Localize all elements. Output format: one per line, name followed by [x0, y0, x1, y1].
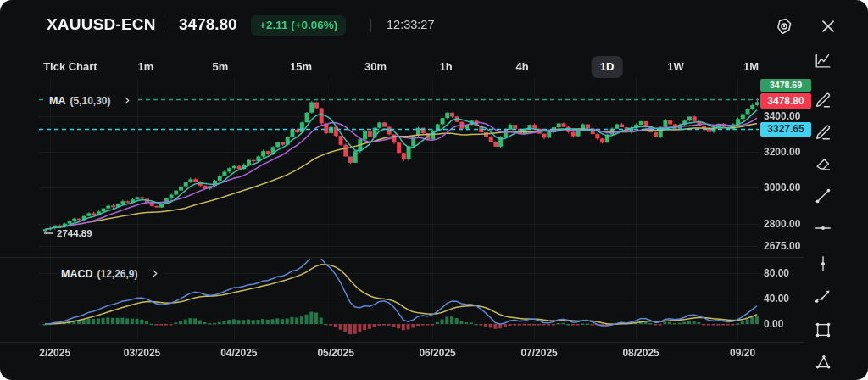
tool-trend-line[interactable]	[813, 186, 833, 206]
price-tick: 3000.00	[764, 182, 800, 193]
high-price-badge: 3478.69	[760, 79, 811, 92]
tool-wave-arrow[interactable]	[813, 288, 833, 308]
price-tick: 3400.00	[764, 110, 800, 122]
timeframe-1h[interactable]: 1h	[439, 56, 452, 78]
timeframe-1m[interactable]: 1M	[743, 56, 759, 78]
trend-line-icon	[814, 187, 832, 205]
server-time: 12:33:27	[387, 18, 434, 31]
time-tick: 05/2025	[317, 347, 353, 359]
series-low-marker: 2744.89	[44, 228, 92, 238]
macd-name: MACD	[61, 268, 93, 280]
series-low-value: 2744.89	[57, 228, 92, 238]
timeframe-1m[interactable]: 1m	[138, 56, 154, 78]
tool-triangle[interactable]	[813, 352, 833, 372]
time-tick: 2/2025	[39, 347, 70, 359]
header-divider	[164, 19, 164, 32]
pencil-icon	[814, 91, 832, 109]
macd-params: (12,26,9)	[97, 268, 138, 280]
timeframe-1w[interactable]: 1W	[667, 56, 684, 78]
macd-indicator-label[interactable]: MACD (12,26,9)	[59, 266, 164, 281]
symbol-title: XAUUSD-ECN	[47, 15, 156, 34]
trading-app-window: XAUUSD-ECN 3478.80 +2.11 (+0.06%) 12:33:…	[0, 0, 868, 380]
time-tick: 03/2025	[124, 347, 160, 359]
header-divider	[370, 19, 371, 32]
timeframe-1d[interactable]: 1D	[592, 56, 623, 78]
close-icon	[819, 17, 837, 36]
close-button[interactable]	[817, 15, 839, 37]
last-price-badge: 3478.80	[760, 93, 811, 109]
pencil-icon	[814, 123, 832, 142]
level-price-badge: 3327.65	[760, 122, 811, 137]
chevron-right-icon	[122, 96, 131, 105]
macd-tick: 80.00	[764, 267, 789, 279]
time-tick: 08/2025	[622, 347, 659, 359]
last-price: 3478.80	[179, 15, 237, 34]
rectangle-icon	[814, 321, 832, 339]
tool-horizontal-line[interactable]	[813, 218, 833, 238]
ma-name: MA	[49, 95, 65, 107]
tool-vertical-line[interactable]	[813, 254, 833, 274]
timeframe-15m[interactable]: 15m	[290, 56, 312, 78]
price-tick: 2800.00	[764, 218, 800, 230]
eraser-icon	[814, 154, 832, 173]
ma-indicator-label[interactable]: MA (5,10,30)	[47, 93, 136, 108]
timeframe-30m[interactable]: 30m	[364, 56, 387, 78]
tool-eraser[interactable]	[813, 154, 833, 174]
tool-draw-pencil[interactable]	[813, 90, 833, 110]
timeframe-tick-chart[interactable]: Tick Chart	[43, 56, 97, 78]
price-change-badge: +2.11 (+0.06%)	[251, 15, 346, 36]
price-chart-canvas[interactable]	[0, 0, 868, 380]
time-tick: 09/20	[730, 347, 755, 359]
price-tick: 2675.00	[764, 240, 800, 252]
time-tick: 07/2025	[520, 347, 557, 359]
ma-params: (5,10,30)	[70, 95, 110, 107]
tool-chart-type[interactable]	[813, 51, 833, 71]
macd-tick: 0.00	[764, 318, 783, 330]
chevron-right-icon	[150, 269, 159, 278]
macd-tick: 40.00	[764, 293, 789, 305]
vertical-line-icon	[814, 254, 832, 273]
line-chart-icon	[814, 52, 832, 70]
horizontal-line-icon	[814, 219, 832, 238]
dash-decoration	[44, 232, 53, 234]
tool-rectangle[interactable]	[813, 320, 833, 340]
tool-edit-pencil[interactable]	[813, 122, 833, 142]
timeframe-4h[interactable]: 4h	[515, 56, 528, 78]
gear-icon	[774, 16, 794, 36]
time-tick: 04/2025	[220, 347, 257, 359]
price-tick: 3200.00	[764, 146, 800, 158]
time-tick: 06/2025	[419, 347, 455, 359]
wave-arrow-icon	[814, 288, 832, 307]
settings-button[interactable]	[773, 15, 795, 37]
timeframe-5m[interactable]: 5m	[213, 56, 229, 78]
triangle-icon	[814, 353, 832, 372]
